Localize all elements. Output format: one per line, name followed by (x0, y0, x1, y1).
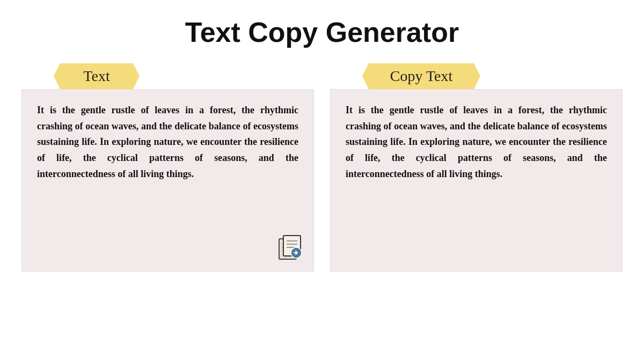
left-text-content: It is the gentle rustle of leaves in a f… (37, 102, 298, 182)
copy-icon[interactable] (276, 233, 304, 261)
page-title: Text Copy Generator (185, 16, 459, 48)
main-columns: Text It is the gentle rustle of leaves i… (21, 63, 623, 272)
copy-text-label-badge: Copy Text (362, 63, 480, 89)
text-label-badge: Text (54, 63, 140, 89)
text-box-right: It is the gentle rustle of leaves in a f… (330, 89, 623, 272)
left-column: Text It is the gentle rustle of leaves i… (21, 63, 314, 272)
text-box-left: It is the gentle rustle of leaves in a f… (21, 89, 314, 272)
right-column: Copy Text It is the gentle rustle of lea… (330, 63, 623, 272)
right-text-content: It is the gentle rustle of leaves in a f… (346, 102, 607, 182)
